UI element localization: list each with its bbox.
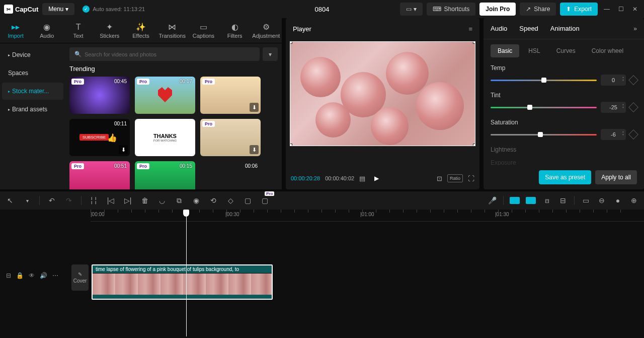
keyframe-icon[interactable] — [628, 75, 638, 85]
tab-transitions[interactable]: ⋈Transitions — [156, 20, 188, 41]
timeline[interactable]: |00:00|00:30|01:00|01:30 ⊟ 🔒 👁 🔊 ⋯ ✎ Cov… — [0, 210, 644, 338]
scale-icon[interactable]: ⊡ — [437, 175, 442, 182]
subtab-hsl[interactable]: HSL — [521, 44, 547, 57]
filter-button[interactable]: ▾ — [263, 47, 278, 61]
share-button[interactable]: ↗ Share — [520, 3, 556, 16]
thumbnail[interactable]: Pro00:45 — [69, 77, 130, 114]
tab-captions[interactable]: ▭Captions — [188, 20, 219, 41]
thumbnail[interactable]: 00:06 — [200, 161, 261, 189]
player-menu-icon[interactable]: ≡ — [468, 25, 472, 33]
link-icon[interactable]: ⧈ — [542, 196, 552, 205]
align-icon[interactable]: ⊟ — [558, 196, 568, 205]
shortcuts-button[interactable]: ⌨ Shortcuts — [427, 3, 476, 16]
playhead[interactable] — [186, 211, 187, 336]
subtab-curves[interactable]: Curves — [549, 44, 583, 57]
more-icon[interactable]: ⋯ — [52, 272, 58, 279]
undo-icon[interactable]: ↶ — [47, 196, 57, 205]
zoom-in-icon[interactable]: ⊕ — [629, 196, 639, 205]
zoom-out-icon[interactable]: ⊖ — [597, 196, 607, 205]
mute-icon[interactable]: 🔊 — [40, 272, 47, 279]
thumbnail[interactable]: 00:11⬇SUBSCRIBE👍 — [69, 119, 130, 156]
trim-right-icon[interactable]: ▷| — [123, 196, 133, 205]
split-icon[interactable]: ╎╎ — [89, 196, 99, 205]
fullscreen-icon[interactable]: ⛶ — [468, 175, 474, 182]
tab-import[interactable]: ▸▸Import — [0, 20, 31, 41]
preview-icon[interactable]: ▭ — [581, 196, 591, 205]
tab-adjustment[interactable]: ⚙Adjustment — [251, 20, 282, 41]
keyframe-icon[interactable] — [628, 129, 638, 140]
crop-icon[interactable]: ▢ — [243, 196, 253, 205]
temp-slider[interactable] — [491, 80, 597, 81]
tab-audio-props[interactable]: Audio — [491, 25, 507, 32]
tint-slider[interactable] — [491, 107, 597, 108]
keyframe-icon[interactable] — [628, 102, 638, 112]
download-icon[interactable]: ⬇ — [250, 145, 259, 154]
maximize-icon[interactable]: ☐ — [616, 4, 626, 14]
timeline-ruler[interactable]: |00:00|00:30|01:00|01:30 — [91, 210, 644, 222]
sidebar-item-device[interactable]: ▸Device — [2, 46, 63, 63]
lock-icon[interactable]: 🔒 — [16, 272, 24, 279]
sidebar-item-spaces[interactable]: Spaces — [2, 64, 63, 82]
video-preview[interactable] — [290, 41, 475, 146]
sidebar-item-brand[interactable]: ▸Brand assets — [2, 101, 63, 118]
ratio-button[interactable]: Ratio — [447, 174, 463, 182]
thumbnail[interactable]: Pro⬇ — [200, 119, 261, 156]
temp-value[interactable]: 0▴▾ — [601, 75, 626, 86]
sat-value[interactable]: -6▴▾ — [601, 129, 626, 140]
ruler-mark: |00:00 — [91, 212, 105, 217]
thumbnail[interactable]: Pro00:15 — [135, 161, 195, 189]
menu-button[interactable]: Menu▾ — [42, 3, 74, 15]
subtab-colorwheel[interactable]: Color wheel — [585, 44, 630, 57]
rotate-icon[interactable]: ◇ — [225, 196, 235, 205]
eye-icon[interactable]: 👁 — [29, 272, 35, 279]
subtab-basic[interactable]: Basic — [491, 44, 519, 57]
mirror-icon[interactable]: ⟲ — [208, 196, 218, 205]
marker-icon[interactable]: ◡ — [157, 196, 167, 205]
join-pro-button[interactable]: Join Pro — [479, 3, 516, 16]
download-icon[interactable]: ⬇ — [119, 145, 128, 154]
mic-icon[interactable]: 🎤 — [487, 196, 497, 205]
project-title[interactable]: 0804 — [315, 6, 330, 13]
search-input[interactable]: 🔍 Search for videos and photos — [69, 47, 260, 61]
tint-value[interactable]: -25▴▾ — [601, 102, 626, 113]
tab-effects[interactable]: ✨Effects — [125, 20, 156, 41]
cover-button[interactable]: ✎ Cover — [71, 264, 89, 291]
export-button[interactable]: ⬆ Export — [560, 3, 598, 16]
tab-speed[interactable]: Speed — [519, 25, 538, 32]
tab-animation[interactable]: Animation — [550, 25, 580, 32]
expand-icon[interactable]: » — [633, 25, 637, 32]
duration-label: 00:06 — [245, 163, 258, 169]
duplicate-icon[interactable]: ⧉ — [174, 196, 184, 205]
sat-slider[interactable] — [491, 134, 597, 136]
collapse-icon[interactable]: ⊟ — [6, 272, 11, 279]
zoom-slider-icon[interactable]: ● — [613, 196, 623, 205]
thumbnail[interactable]: Pro00:17 — [135, 77, 195, 114]
magnet-icon[interactable] — [510, 197, 520, 204]
thumbnail[interactable]: Pro⬇ — [200, 77, 261, 114]
delete-icon[interactable]: 🗑 — [140, 196, 150, 205]
current-time: 00:00:20:28 — [291, 175, 320, 181]
save-preset-button[interactable]: Save as preset — [539, 170, 591, 184]
speed-icon[interactable]: ◉ — [191, 196, 201, 205]
trim-left-icon[interactable]: |◁ — [106, 196, 116, 205]
thumbnail[interactable]: THANKSFOR WATCHING — [135, 119, 195, 156]
tab-audio[interactable]: ◉Audio — [31, 20, 62, 41]
sidebar-item-stock[interactable]: ▸Stock mater... — [2, 83, 63, 100]
play-button[interactable]: ▶ — [370, 172, 382, 184]
apply-all-button[interactable]: Apply to all — [595, 170, 637, 184]
minimize-icon[interactable]: — — [602, 4, 612, 14]
video-clip[interactable]: time lapse of flowering of a pink bouque… — [92, 264, 273, 300]
chevron-down-icon[interactable]: ▾ — [22, 198, 32, 204]
list-icon[interactable]: ▤ — [359, 175, 365, 182]
redo-icon[interactable]: ↷ — [64, 196, 74, 205]
download-icon[interactable]: ⬇ — [250, 103, 259, 112]
tab-text[interactable]: TText — [62, 20, 94, 41]
thumbnail[interactable]: Pro00:51 — [69, 161, 130, 189]
snap-icon[interactable] — [526, 197, 536, 204]
select-tool-icon[interactable]: ↖ — [5, 196, 15, 205]
aspect-ratio-button[interactable]: ▭ ▾ — [400, 3, 422, 16]
enhance-icon[interactable]: ▢Pro — [260, 196, 270, 205]
tab-stickers[interactable]: ✦Stickers — [94, 20, 125, 41]
close-icon[interactable]: ✕ — [630, 4, 640, 14]
tab-filters[interactable]: ◐Filters — [219, 20, 251, 41]
